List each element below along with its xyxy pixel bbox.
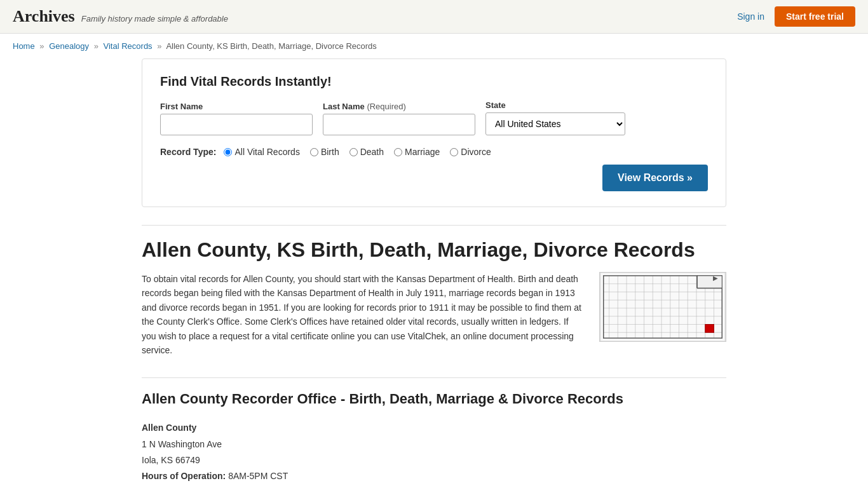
state-select[interactable]: All United States	[485, 112, 625, 135]
address-line1: 1 N Washington Ave	[142, 437, 726, 452]
kansas-map: ▶	[599, 272, 726, 357]
first-name-input[interactable]	[160, 114, 313, 135]
radio-death[interactable]: Death	[349, 147, 384, 157]
breadcrumb-separator-2: »	[94, 41, 98, 51]
search-box: Find Vital Records Instantly! First Name…	[142, 58, 726, 207]
radio-divorce[interactable]: Divorce	[450, 147, 491, 157]
svg-text:▶: ▶	[713, 274, 718, 281]
record-type-label: Record Type:	[160, 147, 216, 157]
search-fields: First Name Last Name (Required) State Al…	[160, 100, 708, 135]
search-footer: View Records »	[160, 165, 708, 191]
office-name: Allen County	[142, 423, 196, 433]
radio-birth-input[interactable]	[310, 148, 318, 156]
radio-divorce-input[interactable]	[450, 148, 458, 156]
sign-in-link[interactable]: Sign in	[737, 11, 764, 22]
svg-rect-26	[705, 324, 714, 332]
radio-all-vital-input[interactable]	[224, 148, 232, 156]
main-content: Find Vital Records Instantly! First Name…	[129, 58, 739, 488]
page-title: Allen County, KS Birth, Death, Marriage,…	[142, 225, 726, 262]
hours-label: Hours of Operation:	[142, 471, 226, 481]
body-text: To obtain vital records for Allen County…	[142, 272, 581, 357]
start-trial-button[interactable]: Start free trial	[775, 6, 855, 27]
site-logo: Archives	[13, 7, 75, 26]
breadcrumb-vital-records[interactable]: Vital Records	[104, 41, 153, 51]
first-name-group: First Name	[160, 102, 313, 135]
radio-all-vital[interactable]: All Vital Records	[224, 147, 299, 157]
last-name-group: Last Name (Required)	[323, 102, 475, 135]
hours-value: 8AM-5PM CST	[228, 471, 288, 481]
record-type-options: All Vital Records Birth Death Marriage D…	[224, 147, 491, 157]
radio-marriage-input[interactable]	[394, 148, 402, 156]
breadcrumb-home[interactable]: Home	[13, 41, 35, 51]
office-info: Allen County 1 N Washington Ave Iola, KS…	[142, 420, 726, 488]
record-type-row: Record Type: All Vital Records Birth Dea…	[160, 147, 708, 157]
header-right: Sign in Start free trial	[737, 6, 855, 27]
last-name-input[interactable]	[323, 114, 475, 135]
breadcrumb-current: Allen County, KS Birth, Death, Marriage,…	[166, 41, 376, 51]
last-name-label: Last Name (Required)	[323, 102, 475, 111]
svg-marker-22	[697, 276, 722, 288]
breadcrumb-genealogy[interactable]: Genealogy	[49, 41, 89, 51]
state-label: State	[485, 100, 625, 110]
view-records-button[interactable]: View Records »	[602, 165, 708, 191]
header-tagline: Family history made simple & affordable	[81, 14, 228, 24]
search-title: Find Vital Records Instantly!	[160, 74, 708, 89]
hours-row: Hours of Operation: 8AM-5PM CST	[142, 468, 726, 484]
breadcrumb: Home » Genealogy » Vital Records » Allen…	[0, 34, 868, 58]
content-text: To obtain vital records for Allen County…	[142, 272, 581, 357]
breadcrumb-separator-1: »	[39, 41, 44, 51]
radio-birth[interactable]: Birth	[310, 147, 339, 157]
header-left: Archives Family history made simple & af…	[13, 7, 228, 26]
sub-section-title: Allen County Recorder Office - Birth, De…	[142, 377, 726, 407]
content-section: To obtain vital records for Allen County…	[142, 272, 726, 357]
state-group: State All United States	[485, 100, 625, 135]
header: Archives Family history made simple & af…	[0, 0, 868, 34]
first-name-label: First Name	[160, 102, 313, 111]
radio-death-input[interactable]	[349, 148, 358, 156]
radio-marriage[interactable]: Marriage	[394, 147, 440, 157]
breadcrumb-separator-3: »	[157, 41, 161, 51]
address-line2: Iola, KS 66749	[142, 452, 726, 468]
